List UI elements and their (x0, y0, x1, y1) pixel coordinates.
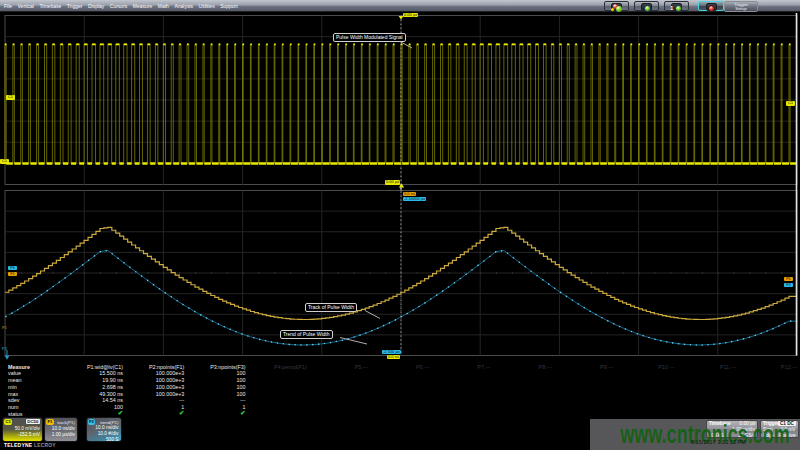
f3-tab: F3 (88, 419, 96, 425)
menu-display[interactable]: Display (88, 3, 104, 9)
menu-trigger[interactable]: Trigger (67, 3, 83, 9)
trigger-normal-button[interactable] (634, 1, 659, 11)
f1-right-indicator[interactable]: F1 (784, 277, 793, 282)
waveform-svg (0, 12, 800, 450)
menu-math[interactable]: Math (158, 3, 169, 9)
menu-utilities[interactable]: Utilities (199, 3, 215, 9)
c1-pwm-trace-edges (5, 44, 790, 164)
trigger-delay-chip[interactable]: 0.00 µs (403, 13, 418, 18)
f1-function: track(P1) (57, 420, 75, 425)
trigger-setup-button[interactable]: Trigger Setup (724, 1, 758, 13)
trigger-stop-button[interactable] (698, 1, 724, 11)
logo-sub: LECROY (34, 442, 56, 448)
oscilloscope-screen: FileVerticalTimebaseTriggerDisplayCursor… (0, 0, 800, 450)
gap-f3-chip: -2.50000 µs (403, 197, 426, 202)
c1-descriptor-box[interactable]: C1 DC50 50.0 mV/div -152.5 mV (2, 417, 43, 442)
trend-annotation: Trend of Pulse Width (280, 330, 333, 339)
c1-ground-marker[interactable]: C1 (0, 159, 9, 164)
normal-trigger-icon (644, 5, 651, 12)
menu-measure[interactable]: Measure (133, 3, 152, 9)
f3-trend-trace (9, 250, 797, 344)
menu-items: FileVerticalTimebaseTriggerDisplayCursor… (4, 0, 243, 12)
f3-zero-marker: F3 (2, 347, 7, 351)
pwm-annotation: Pulse Width Modulated Signal (333, 33, 406, 42)
menu-timebase[interactable]: Timebase (39, 3, 61, 9)
trigger-level-marker[interactable]: C1 (786, 101, 795, 106)
teledyne-lecroy-logo: TELEDYNE LECROY (4, 442, 56, 448)
f1-tab: F1 (46, 419, 54, 425)
watermark: www.cntronics.com (610, 419, 800, 450)
waveform-display: Pulse Width Modulated Signal Track of Pu… (0, 12, 800, 450)
single-trigger-one: 1 (670, 5, 673, 11)
f1-vdiv: 10.0 ns/div (52, 426, 75, 431)
track-annotation: Track of Pulse Width (305, 303, 357, 312)
c1-offset-marker[interactable]: C1 (6, 95, 15, 100)
c1-offset: -152.5 mV (18, 432, 40, 437)
datetime: 8/15/2017 3:22:12 PM (691, 439, 746, 445)
f3-right-indicator[interactable]: F3 (784, 283, 793, 288)
logo-brand: TELEDYNE (4, 442, 32, 448)
f3-left-indicator[interactable]: F3 (8, 266, 17, 271)
f3-descriptor-box[interactable]: F3 trend(P1) 10.0 ns/div 10.0 #/div 500 … (86, 417, 122, 442)
f1-left-indicator[interactable]: F1 (8, 272, 17, 277)
f1-zero-marker: F1 (2, 326, 7, 330)
single-trigger-icon (675, 5, 682, 12)
menu-support[interactable]: Support (220, 3, 238, 9)
bottom-time-chip: 0.0 ns (387, 355, 400, 360)
menu-file[interactable]: File (4, 3, 12, 9)
auto-trigger-icon-yellow (611, 8, 614, 11)
f3-sweeps: 500 S (106, 437, 119, 442)
f3-vdiv: 10.0 ns/div (95, 425, 118, 430)
menu-vertical[interactable]: Vertical (18, 3, 34, 9)
c1-tab: C1 (4, 419, 12, 425)
f1-hdiv: 1.00 µs/div (52, 432, 75, 437)
c1-vdiv: 50.0 mV/div (15, 426, 40, 431)
f1-descriptor-box[interactable]: F1 track(P1) 10.0 ns/div 1.00 µs/div (44, 417, 78, 442)
trigger-auto-button[interactable] (604, 1, 629, 11)
trigger-single-button[interactable]: 1 (664, 1, 689, 11)
trend-annotation-leader-line (340, 338, 367, 345)
gap-time-chip: 0.00 µs (385, 180, 400, 185)
f3-hdiv: 10.0 #/div (98, 431, 119, 436)
menu-cursors[interactable]: Cursors (110, 3, 128, 9)
stop-trigger-icon (708, 5, 715, 12)
menu-analysis[interactable]: Analysis (174, 3, 193, 9)
menu-bar: FileVerticalTimebaseTriggerDisplayCursor… (0, 0, 800, 12)
c1-coupling-badge: DC50 (26, 419, 40, 424)
f3-position-pin-icon[interactable] (5, 356, 10, 360)
